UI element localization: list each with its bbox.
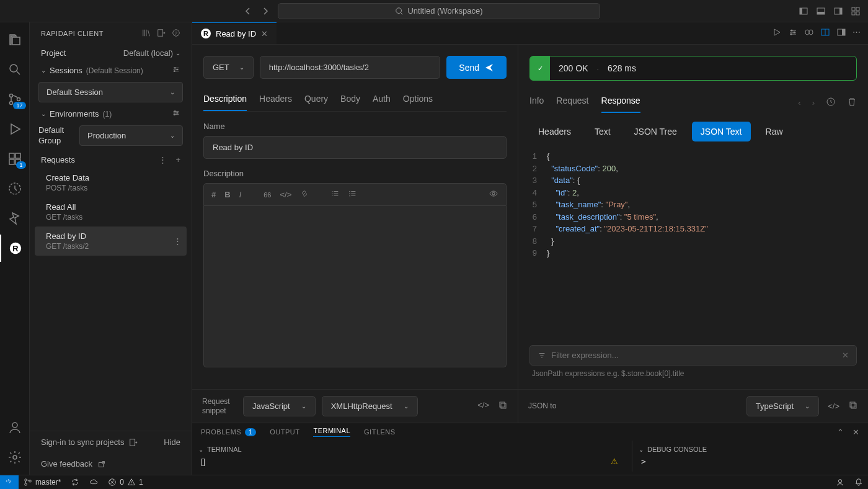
hide-button[interactable]: Hide [164, 437, 180, 447]
filter-clear-icon[interactable]: ✕ [842, 351, 849, 360]
code-icon[interactable]: </> [477, 400, 489, 412]
snippet-lib-select[interactable]: XMLHttpRequest⌄ [322, 396, 418, 416]
thunder-icon[interactable] [0, 205, 30, 232]
split-icon[interactable] [820, 27, 830, 39]
run-debug-icon[interactable] [0, 115, 30, 143]
signin-row[interactable]: Sign-in to sync projects Hide [30, 431, 192, 453]
filter-expression[interactable]: ✕ [529, 345, 857, 366]
history-icon[interactable] [826, 97, 836, 109]
view-tab[interactable]: JSON Tree [626, 122, 686, 141]
close-panel-icon[interactable]: ✕ [852, 428, 859, 437]
quote-icon[interactable]: 66 [264, 191, 271, 199]
view-tab[interactable]: Text [586, 122, 619, 141]
request-tab[interactable]: Options [403, 90, 433, 111]
remote-indicator[interactable] [0, 475, 19, 489]
heading-icon[interactable]: # [211, 190, 216, 199]
search-icon[interactable] [0, 56, 30, 83]
cloud-icon[interactable] [84, 475, 103, 489]
layout-customize-icon[interactable] [848, 4, 863, 19]
code-icon[interactable]: </> [280, 190, 292, 199]
name-input[interactable]: Read by ID [203, 136, 507, 159]
layout-panel-icon[interactable] [813, 4, 828, 19]
prev-icon[interactable]: ‹ [798, 98, 800, 107]
rapidapi-icon[interactable]: R [0, 235, 30, 262]
request-tab[interactable]: Description [203, 90, 247, 111]
editor-tab[interactable]: R Read by ID ✕ [192, 22, 277, 44]
project-selector[interactable]: Default (local) ⌄ [123, 48, 180, 58]
layout-icon[interactable] [836, 27, 846, 39]
request-item[interactable]: Read AllGET /tasks [35, 197, 187, 227]
view-tab[interactable]: Headers [529, 122, 580, 141]
settings-icon[interactable] [788, 27, 798, 39]
more-icon[interactable]: ⋯ [852, 27, 861, 39]
help-icon[interactable]: ? [172, 29, 180, 38]
bullet-icon[interactable] [348, 189, 357, 200]
debug-console-header[interactable]: ⌄DEBUG CONSOLE [639, 443, 862, 455]
link-icon[interactable] [804, 27, 814, 39]
next-icon[interactable]: › [812, 98, 815, 107]
branch-indicator[interactable]: master* [19, 475, 66, 489]
request-item[interactable]: Read by IDGET /tasks/2⋮ [35, 227, 187, 256]
extensions-icon[interactable]: 1 [0, 145, 30, 173]
bold-icon[interactable]: B [224, 190, 230, 199]
nav-back-icon[interactable] [241, 4, 255, 19]
terminal-header[interactable]: ⌄TERMINAL [198, 443, 626, 455]
response-nav-tab[interactable]: Response [601, 92, 640, 113]
response-nav-tab[interactable]: Info [529, 92, 544, 113]
copy-icon[interactable] [498, 400, 508, 412]
explorer-icon[interactable] [0, 26, 30, 53]
scm-icon[interactable]: 17 [0, 86, 30, 113]
feedback-row[interactable]: Give feedback [30, 453, 192, 475]
delete-icon[interactable] [847, 97, 857, 109]
terminal-tab[interactable]: TERMINAL [313, 427, 350, 437]
request-item[interactable]: Create DataPOST /tasks [35, 168, 187, 197]
link-tool-icon[interactable] [300, 189, 309, 200]
env-select[interactable]: Production⌄ [79, 125, 183, 146]
add-request-icon[interactable]: + [175, 155, 180, 164]
send-button[interactable]: Send [446, 56, 507, 79]
problems-indicator[interactable]: 0 1 [103, 475, 148, 489]
jsonto-select[interactable]: TypeScript⌄ [746, 396, 819, 416]
request-tab[interactable]: Auth [373, 90, 391, 111]
preview-eye-icon[interactable] [489, 189, 498, 200]
copy-icon[interactable] [848, 400, 858, 412]
timeline-icon[interactable] [0, 175, 30, 202]
view-tab[interactable]: JSON Text [692, 122, 751, 141]
collapse-icon[interactable]: ⌃ [837, 428, 844, 437]
terminal-prompt[interactable]: []⚠ [198, 455, 626, 467]
nav-forward-icon[interactable] [258, 4, 273, 19]
library-icon[interactable] [142, 29, 151, 38]
layout-sidebar-left-icon[interactable] [796, 4, 811, 19]
feedback-icon[interactable] [831, 475, 849, 489]
env-settings-icon[interactable] [172, 109, 180, 119]
command-center[interactable]: Untitled (Workspace) [278, 3, 600, 19]
account-icon[interactable] [0, 414, 30, 441]
requests-more-icon[interactable]: ⋮ [159, 155, 167, 164]
list-icon[interactable] [331, 189, 340, 200]
output-tab[interactable]: OUTPUT [270, 428, 299, 436]
sessions-header[interactable]: ⌄ Sessions (Default Session) [30, 61, 192, 79]
gitlens-tab[interactable]: GITLENS [364, 428, 396, 436]
url-input[interactable]: http://localhost:3000/tasks/2 [260, 56, 441, 79]
json-viewer[interactable]: 1{2 "statusCode": 200,3 "data": {4 "id":… [529, 150, 857, 339]
debug-prompt[interactable]: > [639, 455, 862, 467]
problems-tab[interactable]: PROBLEMS1 [201, 428, 256, 436]
request-tab[interactable]: Query [304, 90, 328, 111]
sync-icon[interactable] [66, 475, 84, 489]
layout-sidebar-right-icon[interactable] [831, 4, 846, 19]
request-tab[interactable]: Headers [259, 90, 292, 111]
method-select[interactable]: GET⌄ [203, 56, 254, 79]
bell-icon[interactable] [849, 475, 868, 489]
response-nav-tab[interactable]: Request [556, 92, 588, 113]
italic-icon[interactable]: I [239, 190, 242, 199]
run-icon[interactable] [772, 27, 782, 39]
filter-input[interactable] [551, 351, 837, 360]
request-item-menu-icon[interactable]: ⋮ [174, 236, 182, 246]
code-icon[interactable]: </> [828, 402, 839, 411]
session-select[interactable]: Default Session⌄ [38, 82, 183, 102]
environments-header[interactable]: ⌄ Environments (1) [30, 105, 192, 123]
import-icon[interactable] [157, 29, 166, 38]
sessions-settings-icon[interactable] [172, 65, 180, 76]
request-tab[interactable]: Body [340, 90, 360, 111]
snippet-lang-select[interactable]: JavaScript⌄ [243, 396, 316, 416]
